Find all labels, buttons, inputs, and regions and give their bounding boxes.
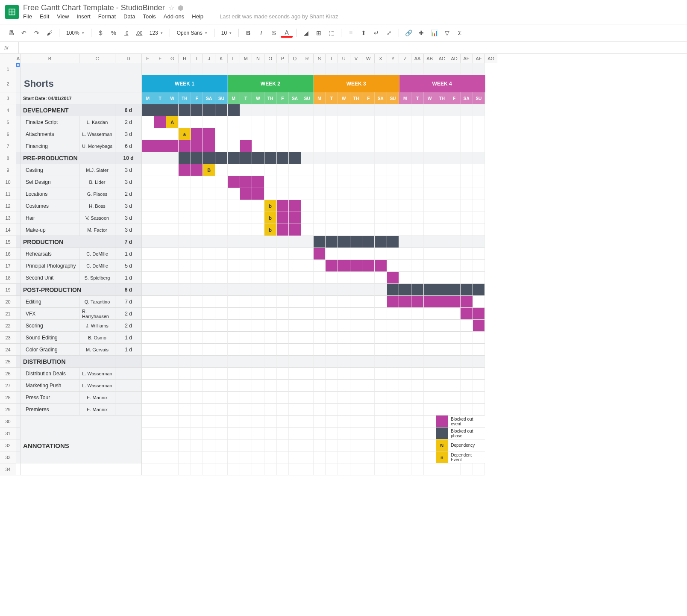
- star-icon[interactable]: ☆: [168, 4, 174, 12]
- task-duration[interactable]: 1 d: [115, 332, 142, 344]
- day-header[interactable]: F: [277, 92, 289, 104]
- row-header[interactable]: 24: [0, 344, 16, 356]
- strikethrough-icon[interactable]: S: [268, 27, 280, 39]
- day-header[interactable]: SU: [387, 92, 399, 104]
- day-header[interactable]: M: [399, 92, 411, 104]
- col-header-I[interactable]: I: [191, 54, 203, 63]
- task-duration[interactable]: 3 d: [115, 200, 142, 212]
- task-name[interactable]: Distribution Deals: [21, 368, 79, 380]
- document-title[interactable]: Free Gantt Chart Template - StudioBinder: [23, 3, 165, 12]
- col-header-M[interactable]: M: [240, 54, 252, 63]
- task-owner[interactable]: E. Mannix: [79, 392, 115, 404]
- section-duration[interactable]: 7 d: [115, 236, 142, 248]
- task-name[interactable]: Premieres: [21, 404, 79, 416]
- section-duration[interactable]: [115, 356, 142, 368]
- day-header[interactable]: SA: [289, 92, 301, 104]
- task-name[interactable]: Make-up: [21, 224, 79, 236]
- col-header-W[interactable]: W: [362, 54, 375, 63]
- row-header[interactable]: 28: [0, 392, 16, 404]
- col-header-X[interactable]: X: [375, 54, 387, 63]
- day-header[interactable]: SU: [473, 92, 485, 104]
- insert-link-icon[interactable]: 🔗: [402, 27, 414, 39]
- day-header[interactable]: M: [314, 92, 326, 104]
- percent-icon[interactable]: %: [108, 27, 120, 39]
- task-owner[interactable]: U. Moneybags: [79, 140, 115, 152]
- col-header-J[interactable]: J: [203, 54, 215, 63]
- row-header[interactable]: 25: [0, 356, 16, 368]
- day-header[interactable]: T: [326, 92, 338, 104]
- text-rotation-icon[interactable]: ⤢: [383, 27, 395, 39]
- move-folder-icon[interactable]: ⬢: [178, 4, 184, 12]
- decrease-decimal-icon[interactable]: .0: [120, 27, 132, 39]
- menu-help[interactable]: Help: [192, 13, 203, 20]
- day-header[interactable]: T: [154, 92, 167, 104]
- formula-input[interactable]: [19, 42, 687, 53]
- col-header-H[interactable]: H: [179, 54, 191, 63]
- row-header[interactable]: 15: [0, 236, 16, 248]
- day-header[interactable]: T: [411, 92, 424, 104]
- section-header[interactable]: DISTRIBUTION: [21, 356, 115, 368]
- task-duration[interactable]: 2 d: [115, 308, 142, 320]
- task-duration[interactable]: 6 d: [115, 140, 142, 152]
- row-header[interactable]: 16: [0, 248, 16, 260]
- insert-chart-icon[interactable]: 📊: [428, 27, 440, 39]
- col-header-Q[interactable]: Q: [289, 54, 301, 63]
- row-header[interactable]: 33: [0, 451, 16, 463]
- col-header-U[interactable]: U: [338, 54, 350, 63]
- fill-color-icon[interactable]: ◢: [300, 27, 312, 39]
- borders-icon[interactable]: ⊞: [313, 27, 325, 39]
- menu-edit[interactable]: Edit: [40, 13, 49, 20]
- undo-icon[interactable]: ↶: [18, 27, 30, 39]
- task-owner[interactable]: B. Lider: [79, 176, 115, 188]
- week-header[interactable]: WEEK 3: [314, 75, 399, 92]
- select-all-corner[interactable]: [0, 54, 16, 63]
- row-header[interactable]: 4: [0, 104, 16, 116]
- zoom-select[interactable]: 100%: [63, 28, 88, 38]
- task-owner[interactable]: L. Kasdan: [79, 116, 115, 128]
- col-header-P[interactable]: P: [277, 54, 289, 63]
- col-header-T[interactable]: T: [326, 54, 338, 63]
- row-header[interactable]: 27: [0, 380, 16, 392]
- gantt-title[interactable]: Shorts: [21, 75, 142, 92]
- col-header-V[interactable]: V: [350, 54, 363, 63]
- bold-icon[interactable]: B: [242, 27, 254, 39]
- day-header[interactable]: T: [240, 92, 252, 104]
- section-header[interactable]: DEVELOPMENT: [21, 104, 115, 116]
- merge-cells-icon[interactable]: ⬚: [326, 27, 338, 39]
- grid-body[interactable]: ShortsWEEK 1WEEK 2WEEK 3WEEK 4Start Date…: [16, 63, 687, 475]
- task-duration[interactable]: 3 d: [115, 224, 142, 236]
- menu-addons[interactable]: Add-ons: [164, 13, 184, 20]
- task-name[interactable]: Set Design: [21, 176, 79, 188]
- col-header-K[interactable]: K: [215, 54, 228, 63]
- col-header-E[interactable]: E: [142, 54, 154, 63]
- col-header-A[interactable]: A: [16, 54, 21, 63]
- task-owner[interactable]: H. Boss: [79, 200, 115, 212]
- font-size-select[interactable]: 10: [218, 28, 235, 38]
- insert-comment-icon[interactable]: ✚: [415, 27, 427, 39]
- day-header[interactable]: SA: [461, 92, 473, 104]
- row-header[interactable]: 19: [0, 284, 16, 296]
- sheets-logo-icon[interactable]: [5, 5, 19, 19]
- row-header[interactable]: 8: [0, 152, 16, 164]
- task-name[interactable]: Locations: [21, 188, 79, 200]
- task-name[interactable]: Scoring: [21, 320, 79, 332]
- day-header[interactable]: F: [362, 92, 375, 104]
- task-duration[interactable]: 3 d: [115, 128, 142, 140]
- row-header[interactable]: 34: [0, 463, 16, 475]
- row-header[interactable]: 20: [0, 296, 16, 308]
- task-owner[interactable]: G. Places: [79, 188, 115, 200]
- day-header[interactable]: TH: [436, 92, 449, 104]
- font-select[interactable]: Open Sans: [173, 28, 211, 38]
- section-duration[interactable]: 6 d: [115, 104, 142, 116]
- row-header[interactable]: 23: [0, 332, 16, 344]
- day-header[interactable]: F: [191, 92, 203, 104]
- task-name[interactable]: Principal Photography: [21, 260, 79, 272]
- task-duration[interactable]: 2 d: [115, 188, 142, 200]
- spreadsheet-grid[interactable]: 1234567891011121314151617181920212223242…: [0, 54, 687, 475]
- week-header[interactable]: WEEK 2: [228, 75, 314, 92]
- day-header[interactable]: W: [166, 92, 179, 104]
- row-header[interactable]: 11: [0, 188, 16, 200]
- task-name[interactable]: Marketing Push: [21, 380, 79, 392]
- day-header[interactable]: M: [228, 92, 240, 104]
- day-header[interactable]: W: [252, 92, 264, 104]
